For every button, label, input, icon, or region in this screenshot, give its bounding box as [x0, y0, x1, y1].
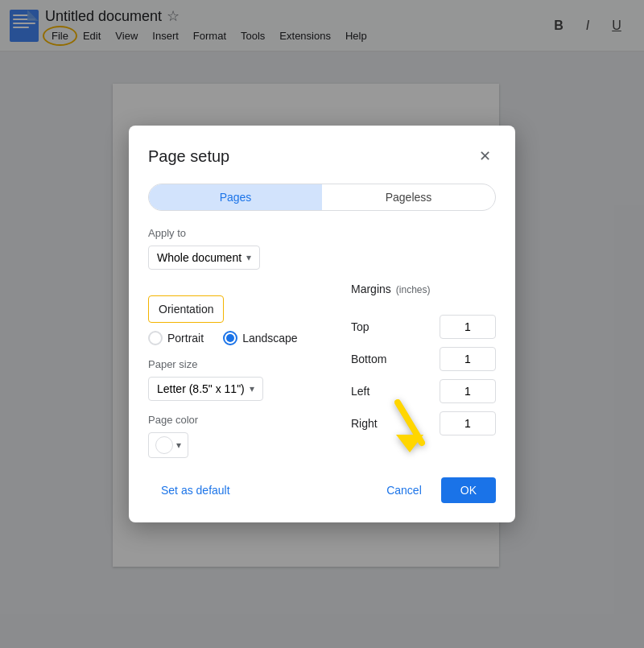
- right-column: Margins (inches) Top Bottom Left Right: [335, 283, 496, 458]
- landscape-label-text: Landscape: [242, 332, 298, 345]
- left-margin-row: Left: [351, 379, 496, 403]
- paper-size-select[interactable]: Letter (8.5" x 11") ▾: [148, 377, 263, 401]
- set-as-default-button[interactable]: Set as default: [148, 477, 243, 503]
- left-margin-input[interactable]: [440, 379, 496, 403]
- margins-subtitle: (inches): [396, 284, 431, 295]
- page-color-button[interactable]: ▾: [148, 432, 188, 458]
- tab-bar: Pages Pageless: [148, 184, 496, 211]
- paper-size-section: Paper size Letter (8.5" x 11") ▾: [148, 358, 335, 401]
- paper-size-value: Letter (8.5" x 11"): [157, 382, 245, 395]
- margins-header: Margins (inches): [351, 283, 496, 305]
- portrait-radio[interactable]: [148, 331, 163, 345]
- bottom-margin-row: Bottom: [351, 347, 496, 371]
- page-setup-dialog: Page setup ✕ Pages Pageless Apply to Who…: [129, 126, 515, 522]
- apply-to-select[interactable]: Whole document ▾: [148, 246, 260, 270]
- dialog-title: Page setup: [148, 147, 229, 166]
- landscape-radio[interactable]: [223, 331, 237, 345]
- color-chevron: ▾: [176, 440, 181, 451]
- orientation-section: Orientation Portrait Landscape: [148, 295, 335, 345]
- top-margin-row: Top: [351, 315, 496, 339]
- bottom-margin-label: Bottom: [351, 353, 391, 365]
- margins-title: Margins: [351, 283, 391, 295]
- orientation-radio-row: Portrait Landscape: [148, 331, 335, 345]
- portrait-radio-label[interactable]: Portrait: [148, 331, 204, 345]
- right-margin-label: Right: [351, 417, 391, 430]
- page-color-label: Page color: [148, 414, 335, 426]
- right-margin-input[interactable]: [440, 411, 496, 435]
- apply-to-chevron: ▾: [246, 252, 251, 263]
- ok-button[interactable]: OK: [441, 477, 496, 503]
- two-col-layout: Orientation Portrait Landscape: [148, 283, 496, 458]
- left-column: Orientation Portrait Landscape: [148, 283, 335, 458]
- orientation-label: Orientation: [148, 295, 224, 323]
- portrait-label-text: Portrait: [167, 332, 204, 345]
- color-swatch: [155, 436, 173, 454]
- action-buttons: Cancel OK: [374, 477, 496, 503]
- close-button[interactable]: ✕: [473, 145, 496, 167]
- apply-to-section: Apply to Whole document ▾: [148, 227, 496, 270]
- cancel-button[interactable]: Cancel: [374, 477, 435, 503]
- dialog-footer: Set as default Cancel OK: [148, 477, 496, 503]
- landscape-radio-dot: [226, 334, 234, 342]
- apply-to-value: Whole document: [157, 251, 242, 264]
- bottom-margin-input[interactable]: [440, 347, 496, 371]
- left-margin-label: Left: [351, 385, 391, 398]
- top-margin-input[interactable]: [440, 315, 496, 339]
- tab-pageless[interactable]: Pageless: [322, 184, 495, 210]
- paper-size-label: Paper size: [148, 358, 335, 370]
- apply-to-label: Apply to: [148, 227, 496, 239]
- modal-overlay: Page setup ✕ Pages Pageless Apply to Who…: [0, 0, 644, 648]
- landscape-radio-label[interactable]: Landscape: [223, 331, 298, 345]
- page-color-section: Page color ▾: [148, 414, 335, 458]
- dialog-header: Page setup ✕: [148, 145, 496, 167]
- top-margin-label: Top: [351, 320, 391, 333]
- right-margin-row: Right: [351, 411, 496, 435]
- paper-size-chevron: ▾: [250, 383, 254, 394]
- tab-pages[interactable]: Pages: [149, 184, 322, 210]
